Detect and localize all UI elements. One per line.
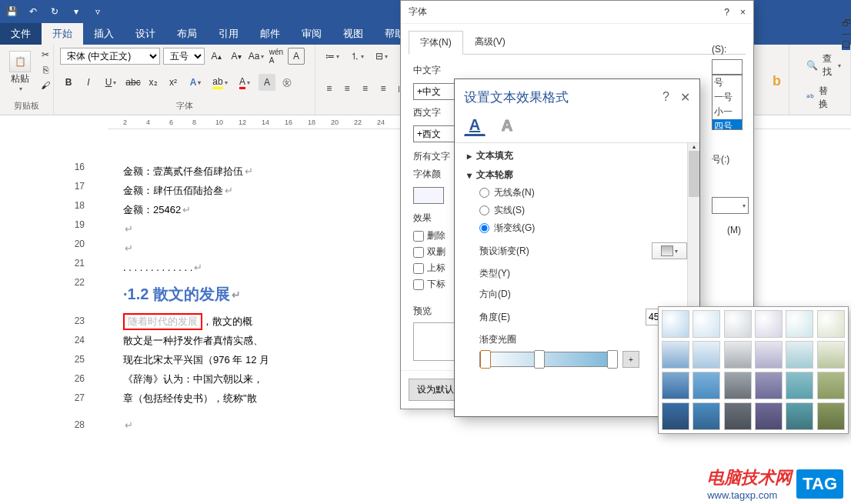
menu-mailings[interactable]: 邮件 [249,23,291,45]
paste-button[interactable]: 📋 粘贴 ▾ [6,48,34,95]
help-icon[interactable]: ? [662,90,669,105]
styles-gallery[interactable]: b [766,45,789,115]
enclose-char-icon[interactable]: ㊛ [279,74,295,91]
gradient-swatch[interactable] [724,341,752,369]
gradient-swatch[interactable] [692,310,720,338]
strikethrough-button[interactable]: abc [125,74,142,91]
add-stop-button[interactable]: + [622,351,639,368]
close-icon[interactable]: ✕ [680,90,690,105]
text-outline-mode-icon[interactable]: A [496,115,518,136]
align-center-icon[interactable]: ≡ [339,80,354,97]
redo-icon[interactable]: ↻ [47,4,62,19]
gradient-stop-handle[interactable] [534,350,545,369]
window-minimize-icon[interactable]: — [842,28,851,39]
menu-view[interactable]: 视图 [332,23,374,45]
phonetic-guide-icon[interactable]: wénA [268,48,285,65]
save-icon[interactable]: 💾 [4,4,19,19]
find-button[interactable]: 🔍查找▾ [803,51,836,80]
window-restore-icon[interactable]: 🗗 [842,18,851,28]
char-border-icon[interactable]: A [288,48,305,65]
size-input[interactable] [712,59,743,75]
superscript-button[interactable]: x² [165,74,182,91]
gradient-bar[interactable] [479,352,618,367]
copy-icon[interactable]: ⎘ [37,63,54,77]
font-name-select[interactable]: 宋体 (中文正文) [60,48,160,65]
gradient-swatch[interactable] [817,341,845,369]
gradient-swatch[interactable] [724,310,752,338]
gradient-swatch[interactable] [662,402,689,430]
chinese-font-input[interactable] [413,83,459,100]
gradient-swatch[interactable] [786,402,813,430]
gradient-slider[interactable]: + [479,351,687,368]
change-case-icon[interactable]: Aa▾ [248,48,265,65]
decrease-font-icon[interactable]: A▾ [228,48,245,65]
subscript-button[interactable]: x₂ [145,74,162,91]
radio-gradient-line[interactable]: 渐变线(G) [479,222,687,235]
format-painter-icon[interactable]: 🖌 [37,78,54,92]
size-listbox[interactable]: 号 一号 小一 四号 [712,75,743,130]
preset-gradient-combo[interactable]: ▾ [652,242,687,259]
gradient-swatch[interactable] [755,372,783,399]
gradient-swatch[interactable] [724,402,752,430]
char-shading-icon[interactable]: A [259,74,275,91]
multilevel-icon[interactable]: ⊟▾ [371,48,392,65]
menu-references[interactable]: 引用 [208,23,249,45]
gradient-swatch[interactable] [724,372,752,399]
gradient-swatch[interactable] [692,372,720,399]
gradient-stop-handle[interactable] [607,350,618,369]
numbering-icon[interactable]: ⒈▾ [346,48,368,65]
gradient-swatch[interactable] [662,341,689,369]
font-color-icon[interactable]: A▾ [234,74,255,91]
gradient-swatch[interactable] [662,310,689,338]
menu-insert[interactable]: 插入 [83,23,125,45]
gradient-swatch[interactable] [692,341,720,369]
close-icon[interactable]: × [740,7,746,18]
gradient-swatch[interactable] [786,341,813,369]
tab-advanced[interactable]: 高级(V) [463,30,517,54]
menu-home[interactable]: 开始 [42,23,83,45]
tab-font[interactable]: 字体(N) [409,31,463,55]
section-text-outline[interactable]: ▾文本轮廓 [467,169,687,182]
bullets-icon[interactable]: ≔▾ [322,48,343,65]
text-fill-mode-icon[interactable]: A [464,115,486,136]
menu-file[interactable]: 文件 [0,23,42,45]
gradient-swatch[interactable] [755,402,783,430]
selected-text[interactable]: 随着时代的发展 [123,313,202,330]
highlight-color-icon[interactable]: ab▾ [209,74,231,91]
menu-layout[interactable]: 布局 [166,23,208,45]
help-icon[interactable]: ? [724,7,729,18]
gradient-swatch[interactable] [692,402,720,430]
undo-icon[interactable]: ↶ [25,4,41,19]
radio-solid-line[interactable]: 实线(S) [479,204,687,217]
increase-font-icon[interactable]: A▴ [208,48,225,65]
gradient-swatch[interactable] [755,310,783,338]
scroll-thumb[interactable] [689,151,699,197]
gradient-swatch[interactable] [755,341,783,369]
font-size-select[interactable]: 五号 [163,48,205,65]
cut-icon[interactable]: ✂ [37,48,54,62]
gradient-swatch[interactable] [817,372,845,399]
gradient-swatch[interactable] [786,310,813,338]
gradient-swatch[interactable] [662,372,689,399]
menu-design[interactable]: 设计 [125,23,166,45]
underline-combo[interactable]: ▾ [712,197,749,214]
gradient-swatch[interactable] [817,310,845,338]
align-left-icon[interactable]: ≡ [322,80,336,97]
gradient-stop-handle[interactable] [480,350,491,369]
radio-no-line[interactable]: 无线条(N) [479,186,687,199]
qat-more-icon[interactable]: ▾ [68,4,84,19]
western-font-input[interactable] [413,125,459,142]
replace-button[interactable]: ᵃᵇ替换 [803,83,836,112]
qat-customize-icon[interactable]: ▿ [90,4,105,19]
section-text-fill[interactable]: ▸文本填充 [467,149,687,162]
align-justify-icon[interactable]: ≡ [375,80,390,97]
bold-button[interactable]: B [60,74,77,91]
menu-review[interactable]: 审阅 [291,23,332,45]
italic-button[interactable]: I [80,74,97,91]
text-effects-icon[interactable]: A▾ [185,74,206,91]
font-color-combo[interactable] [413,187,444,204]
gradient-swatch[interactable] [817,402,845,430]
align-right-icon[interactable]: ≡ [358,80,372,97]
underline-button[interactable]: U▾ [100,74,122,91]
gradient-swatch[interactable] [786,372,813,399]
